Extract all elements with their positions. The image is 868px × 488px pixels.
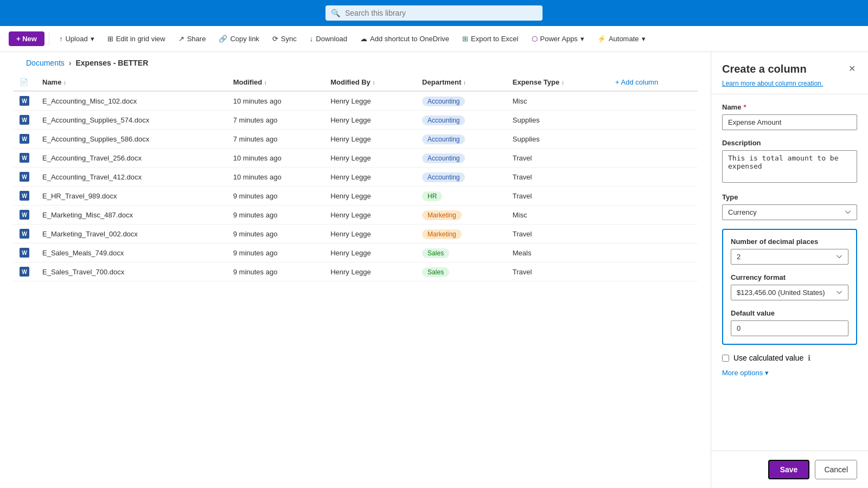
row-empty bbox=[609, 111, 698, 130]
search-input[interactable] bbox=[326, 5, 542, 21]
panel-learn-more-link[interactable]: Learn more about column creation. bbox=[722, 80, 823, 87]
calculated-value-checkbox[interactable] bbox=[722, 355, 729, 362]
new-button[interactable]: + New bbox=[9, 31, 44, 46]
sync-button[interactable]: ⟳ Sync bbox=[267, 31, 302, 46]
row-empty bbox=[609, 130, 698, 149]
row-modified: 9 minutes ago bbox=[227, 187, 324, 206]
row-empty bbox=[609, 206, 698, 224]
calculated-value-label[interactable]: Use calculated value bbox=[733, 354, 803, 362]
name-label: Name * bbox=[722, 103, 857, 111]
row-department: Marketing bbox=[416, 224, 506, 243]
row-icon-cell: W bbox=[13, 130, 36, 149]
link-icon: 🔗 bbox=[219, 35, 227, 43]
file-name: E_Accounting_Misc_102.docx bbox=[42, 97, 137, 105]
row-name: E_Sales_Travel_700.docx bbox=[36, 262, 227, 281]
row-expense-type: Travel bbox=[506, 224, 609, 243]
table-row[interactable]: W E_Accounting_Travel_256.docx 10 minute… bbox=[13, 149, 698, 168]
breadcrumb-parent[interactable]: Documents bbox=[26, 59, 65, 67]
table-row[interactable]: W E_Sales_Travel_700.docx 9 minutes ago … bbox=[13, 262, 698, 281]
table-row[interactable]: W E_Accounting_Supplies_574.docx 7 minut… bbox=[13, 111, 698, 130]
col-header-add[interactable]: + Add column bbox=[609, 74, 698, 91]
department-badge: Accounting bbox=[422, 153, 465, 163]
row-department: Accounting bbox=[416, 130, 506, 149]
row-department: Accounting bbox=[416, 168, 506, 187]
row-department: Accounting bbox=[416, 111, 506, 130]
sync-icon: ⟳ bbox=[272, 35, 278, 43]
upload-icon: ↑ bbox=[59, 35, 63, 43]
department-badge: Marketing bbox=[422, 229, 462, 239]
department-badge: HR bbox=[422, 191, 442, 201]
col-header-modified-by[interactable]: Modified By ↕ bbox=[324, 74, 416, 91]
currency-options-section: Number of decimal places 0 1 2 3 4 5 Cur… bbox=[722, 229, 857, 345]
currency-format-field-group: Currency format $123,456.00 (United Stat… bbox=[731, 273, 848, 300]
row-modified: 10 minutes ago bbox=[227, 168, 324, 187]
row-icon-cell: W bbox=[13, 111, 36, 130]
table-row[interactable]: W E_Sales_Meals_749.docx 9 minutes ago H… bbox=[13, 243, 698, 262]
col-header-department[interactable]: Department ↕ bbox=[416, 74, 506, 91]
onedrive-icon: ☁ bbox=[360, 35, 367, 43]
department-badge: Marketing bbox=[422, 210, 462, 220]
more-options-button[interactable]: More options ▾ bbox=[722, 367, 769, 379]
row-name: E_HR_Travel_989.docx bbox=[36, 187, 227, 206]
department-badge: Accounting bbox=[422, 134, 465, 144]
save-button[interactable]: Save bbox=[768, 460, 810, 479]
row-expense-type: Meals bbox=[506, 243, 609, 262]
row-name: E_Accounting_Travel_256.docx bbox=[36, 149, 227, 168]
share-icon: ↗ bbox=[178, 35, 184, 43]
word-icon: W bbox=[20, 191, 29, 201]
download-button[interactable]: ↓ Download bbox=[304, 31, 353, 46]
row-modified-by: Henry Legge bbox=[324, 243, 416, 262]
power-apps-button[interactable]: ⬡ Power Apps ▾ bbox=[526, 31, 590, 46]
default-value-input[interactable] bbox=[731, 320, 848, 336]
decimal-select[interactable]: 0 1 2 3 4 5 bbox=[731, 249, 848, 265]
description-textarea[interactable]: This is total amount to be expensed bbox=[722, 150, 857, 183]
row-empty bbox=[609, 168, 698, 187]
row-empty bbox=[609, 262, 698, 281]
table-row[interactable]: W E_Accounting_Misc_102.docx 10 minutes … bbox=[13, 91, 698, 111]
share-button[interactable]: ↗ Share bbox=[173, 31, 212, 46]
table-row[interactable]: W E_Marketing_Travel_002.docx 9 minutes … bbox=[13, 224, 698, 243]
export-excel-button[interactable]: ⊞ Export to Excel bbox=[457, 31, 524, 46]
automate-button[interactable]: ⚡ Automate ▾ bbox=[592, 31, 651, 46]
row-modified-by: Henry Legge bbox=[324, 130, 416, 149]
col-header-name[interactable]: Name ↕ bbox=[36, 74, 227, 91]
panel-header: Create a column Learn more about column … bbox=[711, 52, 868, 94]
info-icon[interactable]: ℹ bbox=[808, 354, 810, 362]
col-header-modified[interactable]: Modified ↕ bbox=[227, 74, 324, 91]
breadcrumb-separator: › bbox=[69, 59, 72, 67]
row-expense-type: Misc bbox=[506, 91, 609, 111]
panel-close-button[interactable]: ✕ bbox=[844, 61, 859, 76]
type-select[interactable]: Currency Single line of text Multiple li… bbox=[722, 204, 857, 220]
cancel-button[interactable]: Cancel bbox=[815, 460, 857, 479]
currency-format-select[interactable]: $123,456.00 (United States) bbox=[731, 285, 848, 300]
add-shortcut-button[interactable]: ☁ Add shortcut to OneDrive bbox=[355, 31, 455, 46]
row-expense-type: Travel bbox=[506, 187, 609, 206]
col-header-expense-type[interactable]: Expense Type ↕ bbox=[506, 74, 609, 91]
file-name: E_Marketing_Travel_002.docx bbox=[42, 230, 138, 238]
row-empty bbox=[609, 224, 698, 243]
chevron-down-icon: ▾ bbox=[91, 35, 94, 43]
edit-grid-button[interactable]: ⊞ Edit in grid view bbox=[102, 31, 171, 46]
chevron-down-icon-2: ▾ bbox=[580, 35, 584, 43]
table-row[interactable]: W E_Accounting_Travel_412.docx 10 minute… bbox=[13, 168, 698, 187]
word-icon: W bbox=[20, 153, 29, 163]
table-row[interactable]: W E_HR_Travel_989.docx 9 minutes ago Hen… bbox=[13, 187, 698, 206]
chevron-down-icon-3: ▾ bbox=[642, 35, 646, 43]
file-name: E_Accounting_Supplies_574.docx bbox=[42, 116, 149, 124]
row-modified: 9 minutes ago bbox=[227, 243, 324, 262]
row-expense-type: Travel bbox=[506, 149, 609, 168]
row-department: Accounting bbox=[416, 91, 506, 111]
add-column-button[interactable]: + Add column bbox=[615, 78, 658, 86]
row-name: E_Sales_Meals_749.docx bbox=[36, 243, 227, 262]
row-icon-cell: W bbox=[13, 187, 36, 206]
upload-button[interactable]: ↑ Upload ▾ bbox=[54, 31, 100, 46]
table-row[interactable]: W E_Accounting_Supplies_586.docx 7 minut… bbox=[13, 130, 698, 149]
row-modified: 9 minutes ago bbox=[227, 224, 324, 243]
name-input[interactable] bbox=[722, 114, 857, 130]
table-row[interactable]: W E_Marketing_Misc_487.docx 9 minutes ag… bbox=[13, 206, 698, 224]
file-name: E_HR_Travel_989.docx bbox=[42, 192, 117, 200]
row-icon-cell: W bbox=[13, 168, 36, 187]
name-field-group: Name * bbox=[722, 103, 857, 130]
copy-link-button[interactable]: 🔗 Copy link bbox=[213, 31, 264, 46]
sort-icon-expense: ↕ bbox=[561, 80, 564, 86]
